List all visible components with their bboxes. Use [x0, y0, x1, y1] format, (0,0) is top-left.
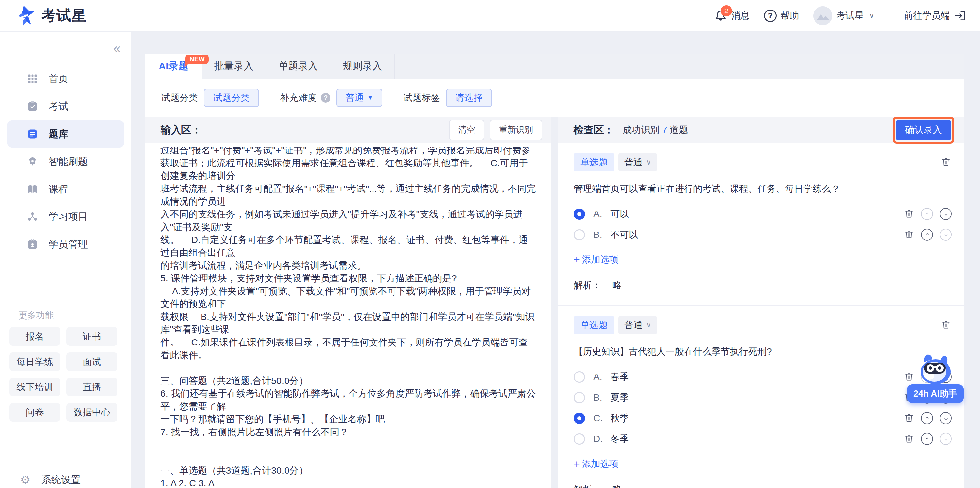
tab-batch-entry[interactable]: 批量录入: [202, 54, 266, 79]
plus-icon: +: [574, 458, 580, 470]
more-feature-data-center[interactable]: 数据中心: [66, 403, 118, 422]
category-label: 试题分类: [161, 92, 198, 104]
category-select[interactable]: 试题分类: [204, 89, 259, 107]
move-option-up-icon[interactable]: [921, 412, 933, 424]
option-row: C. 秋季: [574, 408, 956, 429]
ai-assistant-widget[interactable]: 24h AI助手: [907, 348, 965, 403]
sidebar-item-label: 智能刷题: [49, 155, 88, 169]
help-button[interactable]: ? 帮助: [764, 10, 799, 22]
option-radio[interactable]: [574, 392, 585, 403]
more-feature-interview[interactable]: 面试: [66, 352, 118, 371]
move-option-up-icon[interactable]: [921, 228, 933, 241]
rerecognize-button[interactable]: 重新识别: [490, 120, 542, 140]
chevron-down-icon: ∨: [646, 321, 651, 329]
sidebar-item-learning-project[interactable]: 学习项目: [7, 203, 124, 231]
more-features-label: 更多功能: [18, 309, 54, 321]
question-difficulty-dropdown[interactable]: 普通∨: [618, 153, 657, 171]
brand-name: 考试星: [41, 6, 87, 25]
move-option-down-icon: [940, 228, 952, 241]
input-text-line: 一下吗？那就请留下您的【手机号】、【企业名称】吧: [161, 413, 537, 426]
sidebar-item-label: 考试: [49, 100, 68, 113]
difficulty-help-icon[interactable]: ?: [321, 93, 331, 103]
delete-option-icon[interactable]: [904, 208, 914, 220]
input-panel-header: 输入区： 清空 重新识别: [145, 116, 551, 143]
option-radio[interactable]: [574, 434, 585, 445]
sidebar-item-smart-practice[interactable]: 智能刷题: [7, 148, 124, 175]
option-radio[interactable]: [574, 372, 585, 383]
delete-question-button[interactable]: [940, 156, 951, 168]
sidebar-item-label: 学员管理: [49, 238, 88, 251]
sidebar-item-home[interactable]: 首页: [7, 65, 124, 92]
account-menu[interactable]: 考试星 ∨: [813, 6, 874, 25]
delete-option-icon[interactable]: [904, 433, 914, 445]
check-area[interactable]: 单选题 普通∨ 管理端首页可以查看正在进行的考试、课程、任务、每日学练么？ A.…: [558, 143, 964, 488]
sidebar-item-system-settings[interactable]: ⚙ 系统设置: [0, 466, 131, 488]
more-feature-signup[interactable]: 报名: [9, 327, 60, 346]
confirm-entry-button[interactable]: 确认录入: [896, 120, 951, 140]
question-type-badge: 单选题: [574, 316, 614, 334]
clear-button[interactable]: 清空: [449, 120, 484, 140]
difficulty-select[interactable]: 普通 ▼: [336, 89, 382, 107]
tab-rule-entry[interactable]: 规则录入: [331, 54, 395, 79]
more-feature-offline-training[interactable]: 线下培训: [9, 378, 60, 396]
check-panel: 检查区： 成功识别 7 道题 确认录入 单选题 普通∨ 管理端首页可以查看正在进…: [558, 116, 964, 488]
sidebar-item-exam[interactable]: 考试: [7, 92, 124, 120]
more-feature-live[interactable]: 直播: [66, 378, 118, 396]
option-text: 冬季: [611, 433, 629, 445]
sidebar-collapse-button[interactable]: «: [113, 41, 121, 55]
option-row: B. 夏季: [574, 387, 956, 408]
input-text-line: [161, 451, 537, 464]
sidebar-item-question-bank[interactable]: 题库: [7, 120, 124, 148]
delete-option-icon[interactable]: [904, 229, 914, 241]
question-text: 【历史知识】古代犯人一般在什么季节执行死刑?: [574, 346, 956, 358]
analysis-label: 解析：: [574, 279, 601, 292]
tab-label: 单题录入: [278, 59, 318, 73]
gear-icon: ⚙: [19, 473, 32, 486]
sidebar: « 首页 考试 题库 智能刷题 课程 学习项目 学员管理 更多功能 报名证书每日…: [0, 32, 131, 488]
entry-tabs: AI录题 NEW 批量录入 单题录入 规则录入: [145, 54, 964, 79]
recognition-status: 成功识别 7 道题: [623, 124, 688, 136]
input-text-line: 三、问答题（共2道题,合计50.0分）: [161, 374, 537, 387]
more-feature-survey[interactable]: 问卷: [9, 403, 60, 422]
messages-button[interactable]: 2 消息: [714, 9, 749, 22]
question-card-2: 单选题 普通∨ 【历史知识】古代犯人一般在什么季节执行死刑? A. 春季 B. …: [558, 306, 964, 488]
input-area[interactable]: 过组合"报名"+"付费"+"考试"+"证书"，形成常见的免费报考流程，学员报名完…: [145, 143, 551, 488]
more-feature-daily-practice[interactable]: 每日学练: [9, 352, 60, 371]
input-text-line: 线。 D.自定义任务可在多个环节配置考试、课程、报名、证书、付费、红包等事件，通…: [161, 233, 537, 259]
tab-label: AI录题: [159, 59, 188, 73]
check-panel-header: 检查区： 成功识别 7 道题 确认录入: [558, 116, 964, 143]
delete-option-icon[interactable]: [904, 413, 914, 424]
option-row: A. 可以: [574, 204, 956, 224]
move-option-down-icon[interactable]: [940, 208, 952, 220]
ai-assistant-button[interactable]: 24h AI助手: [907, 384, 964, 403]
sidebar-item-student-management[interactable]: 学员管理: [7, 231, 124, 258]
bank-icon: [26, 128, 39, 140]
tab-single-entry[interactable]: 单题录入: [266, 54, 331, 79]
delete-question-button[interactable]: [940, 319, 951, 331]
input-text-line: 7. 找一找，右侧照片比左侧照片有什么不同？: [161, 426, 537, 439]
add-option-button[interactable]: + 添加选项: [574, 254, 619, 266]
question-type-badge: 单选题: [574, 153, 614, 171]
tab-ai-entry[interactable]: AI录题 NEW: [145, 54, 202, 79]
tag-select[interactable]: 请选择: [446, 89, 492, 107]
option-key: B.: [593, 230, 611, 240]
help-icon: ?: [764, 10, 776, 22]
add-option-button[interactable]: + 添加选项: [574, 458, 619, 470]
move-option-down-icon[interactable]: [940, 412, 952, 424]
option-radio[interactable]: [574, 229, 585, 241]
option-key: A.: [593, 209, 611, 219]
option-key: B.: [593, 392, 611, 403]
option-radio[interactable]: [574, 209, 585, 220]
question-difficulty-dropdown[interactable]: 普通∨: [618, 316, 657, 334]
option-radio[interactable]: [574, 413, 585, 424]
sidebar-item-label: 学习项目: [49, 210, 88, 224]
tab-label: 批量录入: [214, 59, 254, 73]
more-feature-certificate[interactable]: 证书: [66, 327, 118, 346]
top-bar: 考试星 2 消息 ? 帮助 考试星 ∨ 前往: [0, 0, 980, 32]
input-text-line: 5. 课件管理模块，支持对文件夹设置学员查看权限，下方描述正确的是?: [161, 272, 537, 285]
input-text-line: 件。 C.如果课件在课件列表根目录，不属于任何文件夹下，则所有学员在学员端皆可查…: [161, 336, 537, 362]
move-option-up-icon[interactable]: [921, 433, 933, 445]
sidebar-item-course[interactable]: 课程: [7, 175, 124, 203]
practice-icon: [26, 155, 39, 168]
go-student-portal-button[interactable]: 前往学员端: [904, 10, 966, 22]
